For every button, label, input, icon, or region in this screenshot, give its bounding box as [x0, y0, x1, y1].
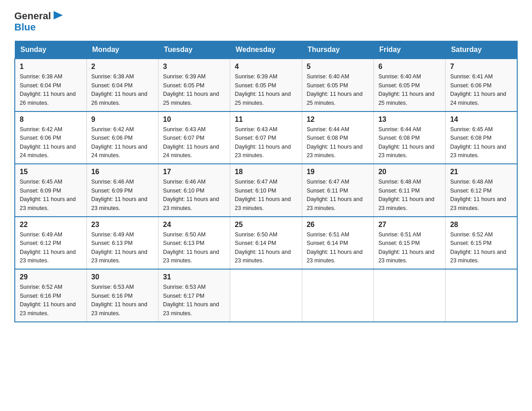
logo-blue-text: Blue — [14, 21, 36, 33]
day-number: 2 — [91, 63, 154, 71]
calendar-cell: 31 Sunrise: 6:53 AM Sunset: 6:17 PM Dayl… — [159, 269, 230, 322]
calendar-header: SundayMondayTuesdayWednesdayThursdayFrid… — [15, 41, 517, 59]
day-number: 3 — [163, 63, 225, 71]
day-number: 14 — [450, 116, 512, 124]
calendar-cell: 30 Sunrise: 6:53 AM Sunset: 6:16 PM Dayl… — [86, 269, 158, 322]
calendar-table: SundayMondayTuesdayWednesdayThursdayFrid… — [14, 41, 518, 322]
day-info: Sunrise: 6:41 AM Sunset: 6:06 PM Dayligh… — [450, 73, 512, 107]
calendar-week-row: 8 Sunrise: 6:42 AM Sunset: 6:06 PM Dayli… — [15, 111, 517, 164]
calendar-cell: 1 Sunrise: 6:38 AM Sunset: 6:04 PM Dayli… — [15, 59, 86, 111]
day-number: 12 — [307, 116, 369, 124]
day-number: 11 — [235, 116, 297, 124]
day-info: Sunrise: 6:49 AM Sunset: 6:12 PM Dayligh… — [20, 231, 82, 265]
day-number: 10 — [163, 116, 225, 124]
col-header-tuesday: Tuesday — [159, 41, 230, 59]
day-info: Sunrise: 6:50 AM Sunset: 6:13 PM Dayligh… — [163, 231, 225, 265]
day-info: Sunrise: 6:45 AM Sunset: 6:09 PM Dayligh… — [20, 178, 82, 213]
day-info: Sunrise: 6:51 AM Sunset: 6:14 PM Dayligh… — [307, 231, 369, 265]
day-number: 15 — [20, 168, 82, 176]
day-number: 1 — [20, 63, 82, 71]
day-number: 31 — [163, 273, 225, 281]
day-number: 22 — [20, 221, 82, 229]
day-number: 9 — [91, 116, 154, 124]
day-info: Sunrise: 6:49 AM Sunset: 6:13 PM Dayligh… — [91, 231, 154, 265]
day-info: Sunrise: 6:38 AM Sunset: 6:04 PM Dayligh… — [91, 73, 154, 107]
calendar-cell: 24 Sunrise: 6:50 AM Sunset: 6:13 PM Dayl… — [159, 217, 230, 270]
calendar-cell — [446, 269, 517, 322]
day-number: 7 — [450, 63, 512, 71]
day-info: Sunrise: 6:44 AM Sunset: 6:08 PM Dayligh… — [307, 125, 369, 160]
calendar-body: 1 Sunrise: 6:38 AM Sunset: 6:04 PM Dayli… — [15, 59, 517, 322]
day-info: Sunrise: 6:51 AM Sunset: 6:15 PM Dayligh… — [378, 231, 441, 265]
day-info: Sunrise: 6:42 AM Sunset: 6:06 PM Dayligh… — [91, 125, 154, 160]
calendar-cell: 21 Sunrise: 6:48 AM Sunset: 6:12 PM Dayl… — [446, 164, 517, 217]
day-number: 20 — [378, 168, 441, 176]
day-info: Sunrise: 6:45 AM Sunset: 6:08 PM Dayligh… — [450, 125, 512, 160]
day-number: 19 — [307, 168, 369, 176]
day-number: 27 — [378, 221, 441, 229]
calendar-cell: 7 Sunrise: 6:41 AM Sunset: 6:06 PM Dayli… — [446, 59, 517, 111]
day-number: 6 — [378, 63, 441, 71]
calendar-cell: 3 Sunrise: 6:39 AM Sunset: 6:05 PM Dayli… — [159, 59, 230, 111]
day-info: Sunrise: 6:39 AM Sunset: 6:05 PM Dayligh… — [235, 73, 297, 107]
day-number: 23 — [91, 221, 154, 229]
calendar-cell: 17 Sunrise: 6:46 AM Sunset: 6:10 PM Dayl… — [159, 164, 230, 217]
day-number: 21 — [450, 168, 512, 176]
calendar-cell: 25 Sunrise: 6:50 AM Sunset: 6:14 PM Dayl… — [230, 217, 302, 270]
calendar-cell: 10 Sunrise: 6:43 AM Sunset: 6:07 PM Dayl… — [159, 111, 230, 164]
calendar-week-row: 1 Sunrise: 6:38 AM Sunset: 6:04 PM Dayli… — [15, 59, 517, 111]
day-number: 26 — [307, 221, 369, 229]
calendar-cell: 8 Sunrise: 6:42 AM Sunset: 6:06 PM Dayli… — [15, 111, 86, 164]
day-info: Sunrise: 6:47 AM Sunset: 6:10 PM Dayligh… — [235, 178, 297, 213]
day-number: 24 — [163, 221, 225, 229]
day-info: Sunrise: 6:43 AM Sunset: 6:07 PM Dayligh… — [163, 125, 225, 160]
calendar-cell: 4 Sunrise: 6:39 AM Sunset: 6:05 PM Dayli… — [230, 59, 302, 111]
day-info: Sunrise: 6:53 AM Sunset: 6:16 PM Dayligh… — [91, 283, 154, 318]
calendar-cell: 14 Sunrise: 6:45 AM Sunset: 6:08 PM Dayl… — [446, 111, 517, 164]
col-header-wednesday: Wednesday — [230, 41, 302, 59]
day-number: 5 — [307, 63, 369, 71]
day-info: Sunrise: 6:47 AM Sunset: 6:11 PM Dayligh… — [307, 178, 369, 213]
day-info: Sunrise: 6:53 AM Sunset: 6:17 PM Dayligh… — [163, 283, 225, 318]
col-header-sunday: Sunday — [15, 41, 86, 59]
calendar-cell: 22 Sunrise: 6:49 AM Sunset: 6:12 PM Dayl… — [15, 217, 86, 270]
col-header-friday: Friday — [373, 41, 445, 59]
calendar-cell: 6 Sunrise: 6:40 AM Sunset: 6:05 PM Dayli… — [373, 59, 445, 111]
col-header-thursday: Thursday — [302, 41, 373, 59]
calendar-cell — [230, 269, 302, 322]
day-number: 4 — [235, 63, 297, 71]
day-number: 13 — [378, 116, 441, 124]
calendar-cell — [302, 269, 373, 322]
calendar-cell: 19 Sunrise: 6:47 AM Sunset: 6:11 PM Dayl… — [302, 164, 373, 217]
day-number: 18 — [235, 168, 297, 176]
calendar-week-row: 15 Sunrise: 6:45 AM Sunset: 6:09 PM Dayl… — [15, 164, 517, 217]
day-number: 8 — [20, 116, 82, 124]
day-number: 28 — [450, 221, 512, 229]
day-info: Sunrise: 6:48 AM Sunset: 6:12 PM Dayligh… — [450, 178, 512, 213]
day-number: 16 — [91, 168, 154, 176]
day-info: Sunrise: 6:46 AM Sunset: 6:10 PM Dayligh… — [163, 178, 225, 213]
page-header: General Blue — [14, 11, 518, 33]
calendar-cell: 23 Sunrise: 6:49 AM Sunset: 6:13 PM Dayl… — [86, 217, 158, 270]
calendar-cell: 28 Sunrise: 6:52 AM Sunset: 6:15 PM Dayl… — [446, 217, 517, 270]
day-info: Sunrise: 6:40 AM Sunset: 6:05 PM Dayligh… — [378, 73, 441, 107]
logo-flag-icon — [52, 9, 64, 22]
day-info: Sunrise: 6:48 AM Sunset: 6:11 PM Dayligh… — [378, 178, 441, 213]
calendar-cell: 15 Sunrise: 6:45 AM Sunset: 6:09 PM Dayl… — [15, 164, 86, 217]
calendar-cell: 16 Sunrise: 6:46 AM Sunset: 6:09 PM Dayl… — [86, 164, 158, 217]
calendar-cell: 12 Sunrise: 6:44 AM Sunset: 6:08 PM Dayl… — [302, 111, 373, 164]
logo-text: General Blue — [14, 10, 64, 33]
calendar-week-row: 29 Sunrise: 6:52 AM Sunset: 6:16 PM Dayl… — [15, 269, 517, 322]
calendar-cell: 13 Sunrise: 6:44 AM Sunset: 6:08 PM Dayl… — [373, 111, 445, 164]
calendar-cell: 26 Sunrise: 6:51 AM Sunset: 6:14 PM Dayl… — [302, 217, 373, 270]
svg-marker-0 — [54, 11, 63, 20]
day-number: 25 — [235, 221, 297, 229]
day-info: Sunrise: 6:50 AM Sunset: 6:14 PM Dayligh… — [235, 231, 297, 265]
calendar-cell: 20 Sunrise: 6:48 AM Sunset: 6:11 PM Dayl… — [373, 164, 445, 217]
col-header-saturday: Saturday — [446, 41, 517, 59]
calendar-cell: 29 Sunrise: 6:52 AM Sunset: 6:16 PM Dayl… — [15, 269, 86, 322]
day-number: 30 — [91, 273, 154, 281]
col-header-monday: Monday — [86, 41, 158, 59]
day-info: Sunrise: 6:52 AM Sunset: 6:16 PM Dayligh… — [20, 283, 82, 318]
logo: General Blue — [14, 11, 64, 33]
